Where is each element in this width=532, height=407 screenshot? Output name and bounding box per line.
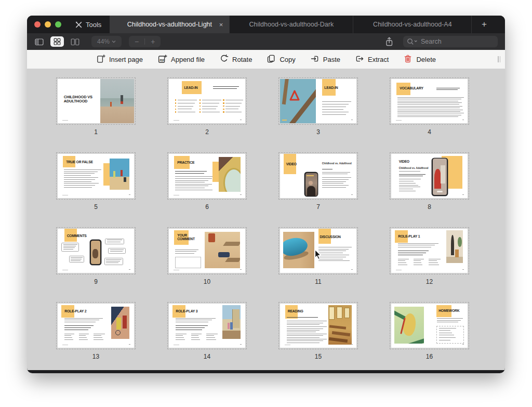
text-line <box>322 183 343 183</box>
text-lines <box>64 169 101 189</box>
bullet-icon <box>200 99 201 101</box>
text-line <box>175 173 204 174</box>
text-line <box>398 247 431 247</box>
text-line <box>322 185 349 186</box>
tab-label: Childhood-vs-adulthood-A4 <box>373 21 451 28</box>
tools-icon <box>75 21 83 29</box>
page-thumbnail-4[interactable]: VOCABULARY <box>391 79 468 123</box>
new-tab-button[interactable]: + <box>471 16 496 33</box>
text-line <box>63 247 75 248</box>
page-thumbnail-13[interactable]: ROLE-PLAY 2 <box>58 304 134 348</box>
text-line <box>64 187 92 188</box>
slide-footer <box>285 345 290 345</box>
zoom-level-dropdown[interactable]: 44% <box>91 36 122 47</box>
page-thumbnail-6[interactable]: PRACTICE <box>169 154 245 198</box>
text-line <box>71 257 83 258</box>
comment-bubble <box>108 248 126 254</box>
text-line <box>79 339 88 340</box>
copy-button[interactable]: Copy <box>267 54 295 65</box>
slide-title: HOMEWORK <box>438 309 459 312</box>
minimize-window-button[interactable] <box>45 21 51 28</box>
page-thumbnail-9[interactable]: COMMENTS <box>58 229 134 273</box>
answer-box <box>175 257 201 269</box>
page-thumbnail-14[interactable]: ROLE-PLAY 3 <box>169 304 245 348</box>
page-thumbnail-1[interactable]: CHILDHOOD VS ADULTHOOD <box>58 79 134 123</box>
close-window-button[interactable] <box>34 21 41 28</box>
page-cell: PRACTICE 6 <box>169 154 245 211</box>
text-lines <box>64 318 103 323</box>
close-tab-icon[interactable]: × <box>219 21 223 29</box>
zoom-window-button[interactable] <box>55 21 61 28</box>
slide-title: PRACTICE <box>177 161 194 164</box>
page-number: 15 <box>315 353 322 360</box>
slide-title: TRUE OR FALSE <box>66 160 93 164</box>
page-cell: LEAD-IN 3 <box>280 79 356 136</box>
slide-page-number <box>351 269 353 270</box>
text-line <box>71 259 82 259</box>
text-line <box>397 106 462 107</box>
text-line <box>287 343 320 343</box>
thumbnail-view-button[interactable] <box>50 36 64 47</box>
page-thumbnail-16[interactable]: HOMEWORK <box>391 304 468 348</box>
copy-icon <box>267 54 276 65</box>
comment-bubble <box>104 258 124 265</box>
text-line <box>175 180 208 181</box>
zoom-stepper: − + <box>129 36 161 47</box>
text-line <box>64 179 95 180</box>
tab-a4[interactable]: Childhood-vs-adulthood-A4 <box>353 16 471 33</box>
page-thumbnail-12[interactable]: ROLE-PLAY 1 <box>391 229 468 273</box>
text-line <box>429 265 439 265</box>
slide-footer <box>174 120 179 121</box>
tools-button[interactable]: Tools <box>69 16 110 33</box>
thumbnail-canvas: CHILDHOOD VS ADULTHOOD 1 LEAD-IN 2 <box>27 69 505 370</box>
page-thumbnail-5[interactable]: TRUE OR FALSE <box>58 154 134 198</box>
slide-page-number <box>351 344 353 345</box>
page-number: 14 <box>204 353 210 360</box>
text-line <box>287 323 323 323</box>
text-line <box>397 111 460 112</box>
text-line <box>439 328 456 329</box>
page-view-icon[interactable] <box>70 37 80 46</box>
text-line <box>398 260 405 261</box>
page-thumbnail-7[interactable]: VIDEO Childhood vs. Adulthood <box>280 154 356 198</box>
extract-button[interactable]: Extract <box>355 54 389 65</box>
insert-page-button[interactable]: Insert page <box>96 54 143 65</box>
delete-button[interactable]: Delete <box>403 54 436 65</box>
page-thumbnail-15[interactable]: READING <box>280 304 356 348</box>
tab-dark[interactable]: Childhood-vs-adulthood-Dark <box>229 16 353 33</box>
page-thumbnail-2[interactable]: LEAD-IN <box>169 79 245 123</box>
text-line <box>176 318 215 319</box>
tab-light[interactable]: Childhood-vs-adulthood-Light × <box>110 16 229 33</box>
slide-footer <box>62 270 68 270</box>
page-thumbnail-8[interactable]: VIDEO Childhood vs. Adulthood <box>391 154 468 198</box>
text-line <box>175 184 212 185</box>
bullet-icon <box>223 99 224 101</box>
rotate-button[interactable]: Rotate <box>219 54 252 65</box>
svg-text:PDF: PDF <box>159 59 164 61</box>
append-file-button[interactable]: PDF Append file <box>157 54 205 65</box>
text-line <box>398 245 435 245</box>
page-thumbnail-10[interactable]: YOUR COMMENT <box>169 229 245 273</box>
text-line <box>79 337 87 338</box>
plus-icon: + <box>482 19 487 30</box>
sidebar-toggle-icon[interactable] <box>34 37 44 46</box>
text-line <box>64 183 99 183</box>
text-line <box>414 260 421 261</box>
paste-button[interactable]: Paste <box>310 54 340 65</box>
text-line <box>175 186 209 186</box>
share-icon[interactable] <box>384 36 394 47</box>
text-lines <box>287 334 326 339</box>
text-line <box>322 101 351 102</box>
text-line <box>397 97 464 98</box>
page-cell: ROLE-PLAY 3 14 <box>169 304 245 361</box>
zoom-out-button[interactable]: − <box>129 37 144 46</box>
text-line <box>398 243 438 244</box>
page-thumbnail-3[interactable]: LEAD-IN <box>280 79 356 123</box>
figure <box>113 171 115 178</box>
page-cell: ROLE-PLAY 1 12 <box>391 229 468 286</box>
toolbar-grip-icon[interactable] <box>498 56 500 62</box>
text-line <box>287 326 326 327</box>
slide-title: ROLE-PLAY 2 <box>64 309 86 313</box>
zoom-in-button[interactable]: + <box>145 37 161 46</box>
figure <box>230 322 233 330</box>
